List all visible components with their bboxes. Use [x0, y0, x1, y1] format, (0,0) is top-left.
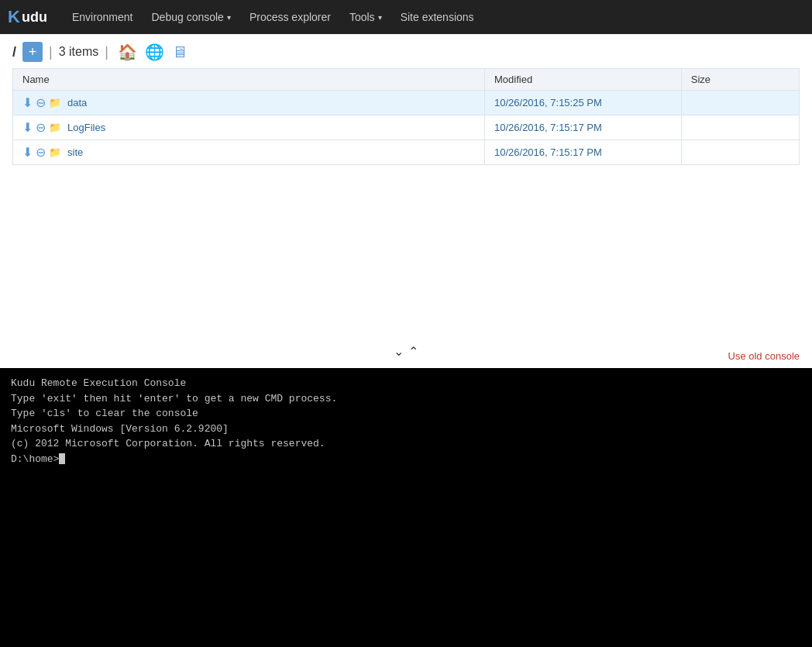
home-icon[interactable]: 🏠: [118, 43, 137, 61]
debug-console-dropdown-icon: ▾: [227, 13, 231, 22]
file-actions: ⬇ ⊖: [22, 145, 46, 160]
console-line: Type 'exit' then hit 'enter' to get a ne…: [11, 391, 801, 407]
console-cursor: [59, 453, 65, 464]
file-browser: / + | 3 items | 🏠 🌐 🖥 Name Modified Size…: [0, 34, 812, 173]
table-row[interactable]: ⬇ ⊖ 📁 data 10/26/2016, 7:15:25 PM: [13, 91, 800, 115]
console-area[interactable]: Kudu Remote Execution ConsoleType 'exit'…: [0, 368, 812, 647]
file-size-cell: [681, 91, 799, 115]
file-size-cell: [681, 140, 799, 165]
middle-zone: ⌄ ⌃ Use old console: [0, 173, 812, 368]
delete-icon[interactable]: ⊖: [36, 95, 46, 110]
breadcrumb-icons: 🏠 🌐 🖥: [118, 43, 188, 61]
breadcrumb-divider2: |: [105, 44, 108, 60]
old-console-link[interactable]: Use old console: [728, 350, 800, 362]
file-modified-cell: 10/26/2016, 7:15:25 PM: [485, 91, 682, 115]
download-icon[interactable]: ⬇: [22, 95, 33, 110]
navbar: Kudu Environment Debug console ▾ Process…: [0, 0, 812, 34]
file-modified-cell: 10/26/2016, 7:15:17 PM: [485, 115, 682, 140]
brand-logo: Kudu: [8, 7, 47, 27]
folder-icon: 📁: [49, 97, 61, 108]
breadcrumb-divider: |: [49, 44, 53, 60]
nav-tools[interactable]: Tools ▾: [340, 0, 391, 34]
delete-icon[interactable]: ⊖: [36, 120, 46, 135]
item-count: 3 items: [59, 45, 99, 59]
table-row[interactable]: ⬇ ⊖ 📁 LogFiles 10/26/2016, 7:15:17 PM: [13, 115, 800, 140]
nav-debug-console[interactable]: Debug console ▾: [142, 0, 239, 34]
file-table: Name Modified Size ⬇ ⊖ 📁 data 10/26/2016…: [12, 68, 800, 165]
file-name-cell: ⬇ ⊖ 📁 LogFiles: [13, 115, 485, 140]
file-name-cell: ⬇ ⊖ 📁 data: [13, 91, 485, 115]
table-row[interactable]: ⬇ ⊖ 📁 site 10/26/2016, 7:15:17 PM: [13, 140, 800, 165]
modified-date: 10/26/2016, 7:15:17 PM: [494, 146, 602, 158]
chevron-down-icon: ⌄: [394, 344, 404, 359]
folder-icon: 📁: [49, 122, 61, 133]
file-link[interactable]: LogFiles: [67, 122, 105, 133]
globe-icon[interactable]: 🌐: [145, 43, 164, 61]
console-line: Kudu Remote Execution Console: [11, 376, 801, 391]
resize-handle[interactable]: ⌄ ⌃: [387, 341, 425, 362]
brand-k: K: [8, 7, 20, 27]
console-line: (c) 2012 Microsoft Corporation. All righ…: [11, 436, 801, 452]
file-modified-cell: 10/26/2016, 7:15:17 PM: [485, 140, 682, 165]
col-header-modified: Modified: [485, 69, 682, 91]
download-icon[interactable]: ⬇: [22, 120, 33, 135]
modified-date: 10/26/2016, 7:15:25 PM: [494, 97, 602, 108]
server-icon[interactable]: 🖥: [172, 43, 188, 61]
breadcrumb-slash: /: [12, 44, 16, 60]
folder-icon: 📁: [49, 146, 61, 158]
breadcrumb-bar: / + | 3 items | 🏠 🌐 🖥: [12, 42, 800, 62]
brand-rest: udu: [22, 9, 47, 26]
tools-dropdown-icon: ▾: [378, 13, 382, 22]
file-name-cell: ⬇ ⊖ 📁 site: [13, 140, 485, 165]
nav-site-extensions[interactable]: Site extensions: [391, 0, 483, 34]
file-link[interactable]: site: [67, 146, 83, 158]
col-header-name: Name: [13, 69, 485, 91]
modified-date: 10/26/2016, 7:15:17 PM: [494, 122, 602, 133]
console-line: Microsoft Windows [Version 6.2.9200]: [11, 422, 801, 437]
console-line: Type 'cls' to clear the console: [11, 406, 801, 422]
file-actions: ⬇ ⊖: [22, 95, 46, 110]
new-folder-button[interactable]: +: [22, 42, 43, 62]
download-icon[interactable]: ⬇: [22, 145, 33, 160]
chevron-up-icon: ⌃: [408, 344, 418, 359]
file-link[interactable]: data: [67, 97, 87, 108]
console-prompt: D:\home>: [11, 452, 801, 467]
nav-process-explorer[interactable]: Process explorer: [240, 0, 340, 34]
delete-icon[interactable]: ⊖: [36, 145, 46, 160]
file-size-cell: [681, 115, 799, 140]
nav-environment[interactable]: Environment: [63, 0, 143, 34]
file-actions: ⬇ ⊖: [22, 120, 46, 135]
col-header-size: Size: [681, 69, 799, 91]
